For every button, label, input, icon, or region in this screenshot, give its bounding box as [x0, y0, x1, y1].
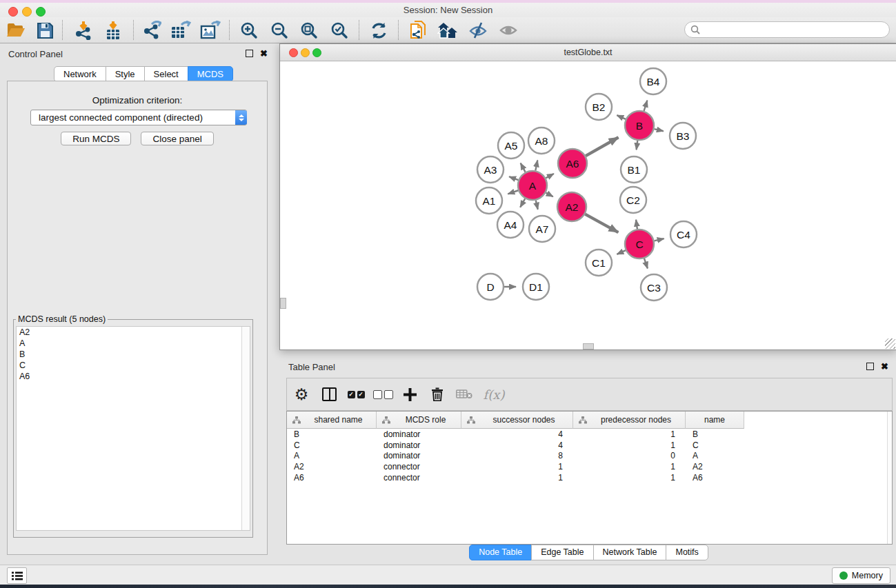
float-window-icon[interactable]	[866, 363, 874, 370]
table-cell[interactable]: A6	[686, 473, 744, 483]
mcds-result-item[interactable]: B	[17, 349, 250, 360]
graph-node-C4[interactable]: C4	[670, 221, 697, 247]
show-all-networks-icon[interactable]	[437, 21, 458, 40]
delete-table-icon[interactable]	[450, 383, 478, 406]
graph-edge-A-A2[interactable]	[546, 193, 552, 197]
column-header-shared-name[interactable]: shared name	[287, 412, 377, 429]
show-graphics-details-icon[interactable]	[498, 21, 519, 40]
zoom-fit-icon[interactable]	[299, 21, 319, 40]
table-cell[interactable]: C	[287, 440, 377, 450]
graph-node-C3[interactable]: C3	[641, 274, 667, 301]
table-row[interactable]: Adominator80A	[287, 450, 892, 461]
table-cell[interactable]: A2	[287, 462, 377, 472]
graph-node-A8[interactable]: A8	[528, 128, 555, 154]
unselect-all-columns-icon[interactable]	[370, 383, 396, 406]
mcds-result-item[interactable]: C	[17, 360, 250, 371]
tab-select[interactable]: Select	[144, 66, 188, 82]
window-resize-grip[interactable]	[885, 338, 895, 349]
graph-edge-A-A7[interactable]	[536, 200, 538, 209]
table-cell[interactable]: 1	[461, 473, 573, 483]
table-row[interactable]: A2connector11A2	[287, 461, 892, 472]
graph-node-A3[interactable]: A3	[477, 156, 504, 183]
optimization-criterion-select[interactable]: largest connected component (directed)	[30, 110, 247, 125]
table-row[interactable]: Cdominator41C	[287, 440, 892, 451]
function-builder-icon[interactable]: f(x)	[478, 383, 510, 406]
graph-node-A4[interactable]: A4	[497, 212, 524, 238]
table-cell[interactable]: dominator	[377, 440, 461, 450]
create-column-plus-icon[interactable]	[396, 383, 424, 406]
graph-node-A1[interactable]: A1	[476, 187, 502, 214]
search-field[interactable]	[684, 21, 890, 38]
split-column-icon[interactable]	[316, 383, 342, 406]
graph-edge-A-A4[interactable]	[520, 199, 525, 207]
tab-edge-table[interactable]: Edge Table	[531, 545, 593, 560]
graph-edge-C-C1[interactable]	[617, 250, 626, 254]
table-cell[interactable]: 4	[461, 429, 573, 439]
import-table-icon[interactable]	[103, 21, 123, 40]
graph-node-B[interactable]: B	[625, 111, 654, 140]
search-input[interactable]	[700, 25, 889, 34]
network-graph[interactable]: B4B2BB3A8A5A6A3B1AA1C2A2A4A7C4CC1C3DD1	[280, 61, 895, 349]
table-cell[interactable]: 1	[573, 462, 686, 472]
tab-node-table[interactable]: Node Table	[469, 545, 532, 560]
memory-button[interactable]: Memory	[832, 567, 890, 584]
export-image-icon[interactable]	[200, 21, 221, 40]
graph-edge-B-B1[interactable]	[637, 141, 638, 150]
zoom-in-icon[interactable]	[239, 21, 259, 40]
export-network-icon[interactable]	[141, 21, 162, 40]
table-cell[interactable]: dominator	[377, 429, 461, 439]
scrollbar-track[interactable]	[887, 412, 892, 544]
zoom-selected-icon[interactable]	[329, 21, 350, 40]
table-row[interactable]: A6connector11A6	[287, 472, 892, 483]
graph-edge-A-A1[interactable]	[508, 190, 518, 194]
run-mcds-button[interactable]: Run MCDS	[61, 132, 131, 145]
table-cell[interactable]: B	[287, 429, 377, 439]
graph-node-B2[interactable]: B2	[586, 94, 612, 120]
graph-edge-A-A6[interactable]	[546, 174, 554, 178]
table-cell[interactable]: 0	[573, 451, 686, 460]
graph-node-A5[interactable]: A5	[498, 132, 524, 159]
graph-node-B3[interactable]: B3	[670, 123, 696, 149]
zoom-out-icon[interactable]	[269, 21, 290, 40]
mcds-result-item[interactable]: A2	[17, 327, 250, 338]
mcds-result-item[interactable]: A	[17, 338, 250, 349]
graph-node-D[interactable]: D	[477, 274, 504, 300]
open-session-icon[interactable]	[6, 21, 26, 40]
graph-node-A[interactable]: A	[518, 171, 547, 200]
tab-network-table[interactable]: Network Table	[593, 545, 667, 560]
table-cell[interactable]: 1	[573, 429, 686, 439]
refresh-icon[interactable]	[368, 21, 389, 40]
column-header-successor-nodes[interactable]: successor nodes	[461, 412, 573, 429]
tab-style[interactable]: Style	[106, 66, 145, 82]
export-table-icon[interactable]	[170, 21, 191, 40]
graph-node-C2[interactable]: C2	[620, 187, 646, 213]
mcds-result-item[interactable]: A6	[17, 371, 250, 382]
network-canvas[interactable]: B4B2BB3A8A5A6A3B1AA1C2A2A4A7C4CC1C3DD1	[280, 61, 896, 349]
table-cell[interactable]: A	[686, 451, 744, 460]
table-cell[interactable]: A	[287, 451, 377, 460]
table-cell[interactable]: C	[686, 440, 744, 450]
float-window-icon[interactable]	[246, 50, 253, 57]
import-network-icon[interactable]	[73, 21, 94, 40]
close-panel-button[interactable]: Close panel	[141, 132, 213, 145]
delete-column-trash-icon[interactable]	[424, 383, 450, 406]
save-session-icon[interactable]	[34, 21, 55, 40]
graph-edge-B-B2[interactable]	[617, 115, 626, 119]
graph-node-A7[interactable]: A7	[529, 216, 555, 242]
close-icon[interactable]: ✖	[260, 50, 268, 57]
table-cell[interactable]: dominator	[377, 451, 461, 460]
table-cell[interactable]: 1	[573, 440, 686, 450]
table-cell[interactable]: B	[686, 429, 744, 439]
clone-network-icon[interactable]	[408, 21, 428, 40]
mcds-result-list[interactable]: A2ABCA6	[16, 326, 250, 531]
graph-edge-A-A8[interactable]	[535, 160, 537, 170]
table-cell[interactable]: 8	[461, 451, 573, 460]
graph-edge-A2-C[interactable]	[585, 214, 618, 232]
column-header-predecessor-nodes[interactable]: predecessor nodes	[573, 412, 686, 429]
table-cell[interactable]: connector	[377, 473, 461, 483]
graph-node-D1[interactable]: D1	[523, 274, 549, 300]
table-cell[interactable]: A2	[686, 462, 744, 472]
table-settings-gear-icon[interactable]: ⚙	[287, 383, 316, 406]
graph-node-C1[interactable]: C1	[586, 250, 612, 276]
column-header-MCDS-role[interactable]: MCDS role	[377, 412, 461, 429]
